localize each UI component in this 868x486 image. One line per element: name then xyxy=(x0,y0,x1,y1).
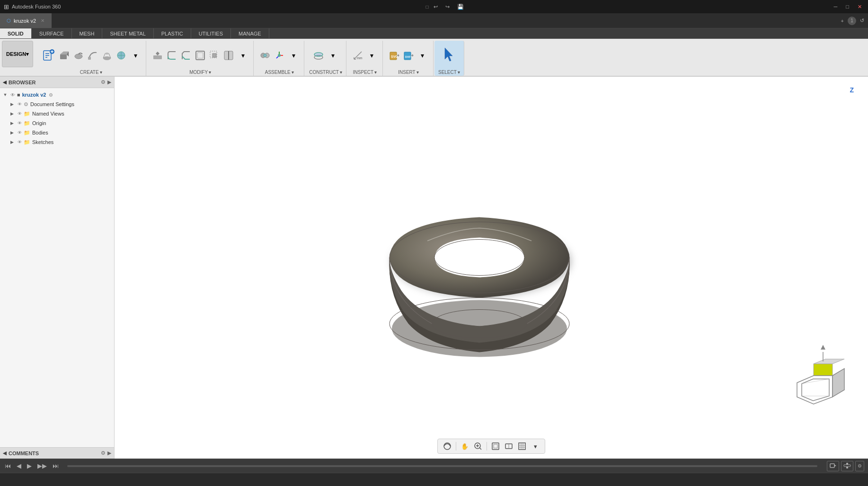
timeline-step-forward[interactable]: ⏭ xyxy=(52,461,60,470)
fillet-icon[interactable] xyxy=(165,49,178,62)
shell-icon[interactable] xyxy=(194,49,207,62)
svg-point-10 xyxy=(75,54,82,59)
window-maximize[interactable]: □ xyxy=(843,3,851,10)
svg-rect-78 xyxy=(519,443,525,450)
named-views-visibility[interactable]: 👁 xyxy=(16,110,23,117)
comments-panel: ◀ COMMENTS ⚙ ▶ xyxy=(0,447,114,459)
joint-origin-icon[interactable] xyxy=(273,49,286,62)
more-construct-icon[interactable]: ▾ xyxy=(326,49,339,62)
tab-surface[interactable]: SURFACE xyxy=(32,28,72,38)
tree-item-sketches[interactable]: ▶ 👁 📁 Sketches xyxy=(0,137,114,147)
document-tab-kruzok[interactable]: ⬡ kruzok v2 ✕ xyxy=(0,13,52,28)
more-insert-icon[interactable]: ▾ xyxy=(416,49,429,62)
press-pull-icon[interactable] xyxy=(151,49,164,62)
more-viewport-button[interactable]: ▾ xyxy=(530,441,541,452)
tab-mesh[interactable]: MESH xyxy=(72,28,103,38)
grid-settings-button[interactable] xyxy=(516,441,528,452)
title-bar-left: ⊞ Autodesk Fusion 360 xyxy=(4,3,61,10)
origin-arrow[interactable]: ▶ xyxy=(9,120,15,126)
assemble-label: ASSEMBLE ▾ xyxy=(265,69,294,75)
boundary-fill-icon[interactable] xyxy=(115,49,128,62)
new-component-icon[interactable] xyxy=(40,44,57,67)
timeline-fast-forward[interactable]: ▶▶ xyxy=(36,461,48,470)
more-create-icon[interactable]: ▾ xyxy=(129,49,142,62)
tab-close-button[interactable]: ✕ xyxy=(41,18,44,23)
root-visibility-icon[interactable]: 👁 xyxy=(9,91,16,98)
browser-collapse-icon[interactable]: ◀ xyxy=(3,80,7,85)
loft-icon[interactable] xyxy=(100,49,114,62)
tree-item-document-settings[interactable]: ▶ 👁 ⚙ Document Settings xyxy=(0,99,114,109)
window-close[interactable]: ✕ xyxy=(855,3,864,11)
origin-visibility[interactable]: 👁 xyxy=(16,120,23,126)
scale-icon[interactable] xyxy=(208,49,221,62)
svg-marker-67 xyxy=(821,345,825,350)
joint-icon[interactable] xyxy=(258,49,272,62)
comments-expand-button[interactable]: ▶ xyxy=(107,450,111,456)
undo-button[interactable]: ↩ xyxy=(431,3,440,11)
timeline-step-back[interactable]: ⏮ xyxy=(4,461,12,470)
timeline-marker-button[interactable] xyxy=(841,461,853,471)
tab-solid[interactable]: SOLID xyxy=(0,28,32,38)
revolve-icon[interactable] xyxy=(72,49,85,62)
extrude-icon[interactable] xyxy=(58,49,71,62)
tab-plastic[interactable]: PLASTIC xyxy=(154,28,191,38)
viewport[interactable]: Z xyxy=(115,77,868,459)
named-views-arrow[interactable]: ▶ xyxy=(9,110,15,117)
select-arrow-icon[interactable] xyxy=(441,44,458,67)
new-tab-button[interactable]: + xyxy=(841,18,844,24)
tree-item-named-views[interactable]: ▶ 👁 📁 Named Views xyxy=(0,109,114,118)
sketches-visibility[interactable]: 👁 xyxy=(16,139,23,145)
window-minimize[interactable]: ─ xyxy=(832,3,840,10)
sweep-icon[interactable] xyxy=(86,49,99,62)
comments-collapse-icon[interactable]: ◀ xyxy=(3,450,7,456)
tree-item-origin[interactable]: ▶ 👁 📁 Origin xyxy=(0,118,114,128)
root-settings-icon[interactable]: ⚙ xyxy=(49,92,53,98)
quick-access-new[interactable]: □ xyxy=(425,4,428,9)
display-settings-button[interactable] xyxy=(503,441,514,452)
tab-utilities[interactable]: UTILITIES xyxy=(191,28,231,38)
title-bar-right: ─ □ ✕ xyxy=(832,3,864,11)
doc-settings-visibility[interactable]: 👁 xyxy=(16,101,23,108)
more-inspect-icon[interactable]: ▾ xyxy=(365,49,379,62)
chamfer-icon[interactable] xyxy=(179,49,193,62)
main-area: ◀ BROWSER ⚙ ▶ ▼ 👁 ■ kruzok v2 ⚙ ▶ 👁 ⚙ Do… xyxy=(0,77,868,459)
insert-label: INSERT ▾ xyxy=(398,69,419,75)
insert-svg-icon[interactable]: SVG xyxy=(388,49,401,62)
redo-button[interactable]: ↪ xyxy=(443,3,452,11)
root-expand-arrow[interactable]: ▼ xyxy=(2,91,9,98)
timeline-play[interactable]: ▶ xyxy=(26,461,33,470)
bodies-arrow[interactable]: ▶ xyxy=(9,129,15,136)
measure-icon[interactable]: mm xyxy=(351,49,364,62)
bodies-visibility[interactable]: 👁 xyxy=(16,129,23,136)
timeline-settings-button[interactable]: ⚙ xyxy=(855,461,864,471)
browser-collapse-button[interactable]: ▶ xyxy=(107,79,111,85)
more-modify-icon[interactable]: ▾ xyxy=(236,49,249,62)
notification-badge[interactable]: 1 xyxy=(848,17,856,25)
viewcube[interactable] xyxy=(778,345,849,421)
split-face-icon[interactable] xyxy=(222,49,235,62)
create-icons: ▾ xyxy=(40,42,142,69)
tree-item-root[interactable]: ▼ 👁 ■ kruzok v2 ⚙ xyxy=(0,90,114,99)
offset-plane-icon[interactable] xyxy=(312,49,325,62)
bodies-folder-icon: 📁 xyxy=(24,130,30,136)
design-dropdown[interactable]: DESIGN ▾ xyxy=(2,41,33,67)
pan-button[interactable]: ✋ xyxy=(459,441,470,452)
save-button[interactable]: 💾 xyxy=(455,3,466,11)
tab-manage[interactable]: MANAGE xyxy=(231,28,269,38)
refresh-button[interactable]: ↺ xyxy=(860,18,864,24)
timeline-track[interactable] xyxy=(67,465,817,467)
fit-window-button[interactable] xyxy=(490,441,501,452)
doc-settings-arrow[interactable]: ▶ xyxy=(9,101,15,108)
insert-dxf-icon[interactable]: DXF xyxy=(402,49,415,62)
comments-settings-button[interactable]: ⚙ xyxy=(101,450,106,456)
timeline-rewind[interactable]: ◀ xyxy=(16,461,22,470)
orbit-button[interactable] xyxy=(442,441,453,452)
capture-history-button[interactable] xyxy=(827,461,839,471)
more-assemble-icon[interactable]: ▾ xyxy=(287,49,300,62)
zoom-button[interactable] xyxy=(472,441,484,452)
browser-settings-button[interactable]: ⚙ xyxy=(101,79,106,85)
tab-sheet-metal[interactable]: SHEET METAL xyxy=(102,28,153,38)
sketches-arrow[interactable]: ▶ xyxy=(9,139,15,145)
title-bar: ⊞ Autodesk Fusion 360 □ ↩ ↪ 💾 ─ □ ✕ xyxy=(0,0,868,13)
tree-item-bodies[interactable]: ▶ 👁 📁 Bodies xyxy=(0,128,114,137)
